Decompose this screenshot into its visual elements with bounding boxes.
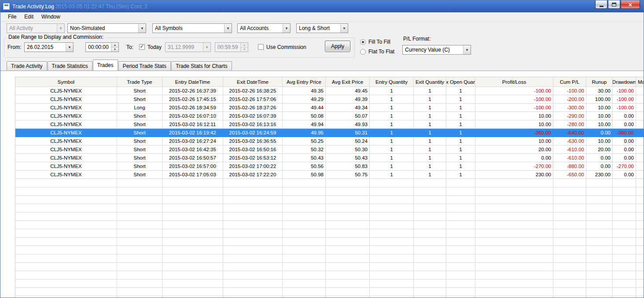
table-cell: 1 (370, 120, 414, 129)
table-row[interactable]: CLJ5-NYMEXShort2015-03-02 16:12:112015-0… (15, 120, 644, 129)
pl-format-combo[interactable]: Currency Value (C) ▼ (402, 45, 471, 55)
app-icon (3, 3, 10, 10)
from-time-spinner[interactable]: 00:00:00 ▲ ▼ (85, 42, 119, 52)
table-row[interactable]: CLJ5-NYMEXShort2015-03-02 16:27:242015-0… (15, 137, 644, 145)
column-header[interactable]: Entry DateTime (162, 77, 223, 87)
table-cell (117, 263, 162, 271)
table-cell (446, 296, 475, 298)
column-header[interactable]: Max (636, 77, 644, 87)
table-row[interactable]: CLJ5-NYMEXShort2015-03-02 16:57:002015-0… (15, 162, 644, 171)
activity-filter-combo[interactable]: All Activity ▼ (7, 23, 65, 33)
titlebar[interactable]: Trade Activity Log Data 2015-03-05 01:22… (0, 0, 644, 12)
table-cell (636, 221, 644, 229)
fill-to-fill-radio[interactable] (360, 39, 366, 45)
tab-trade-stats-for-charts[interactable]: Trade Stats for Charts (171, 61, 232, 71)
table-cell (223, 238, 283, 246)
table-cell (15, 204, 117, 212)
column-header[interactable]: Exit Quantity (414, 77, 446, 87)
spin-down-icon[interactable]: ▼ (111, 48, 118, 52)
table-cell (475, 196, 553, 204)
table-cell (15, 212, 117, 221)
use-commission-checkbox[interactable] (258, 44, 264, 50)
table-cell (613, 187, 636, 196)
table-row[interactable]: CLJ5-NYMEXShort2015-02-26 16:37:392015-0… (15, 87, 644, 95)
table-cell: 50.07 (326, 112, 370, 120)
menu-edit[interactable]: Edit (20, 13, 37, 21)
column-header[interactable]: Max Open Quantity (446, 77, 475, 87)
table-cell (553, 296, 586, 298)
table-row[interactable]: CLJ5-NYMEXShort2015-03-02 16:19:422015-0… (15, 129, 644, 137)
from-date-picker[interactable]: 26.02.2015 ▼ (24, 42, 74, 52)
direction-filter-combo[interactable]: Long & Short ▼ (296, 23, 348, 33)
simulation-filter-combo[interactable]: Non-Simulated ▼ (67, 23, 146, 33)
column-header[interactable]: Avg Exit Price (326, 77, 370, 87)
table-cell (15, 229, 117, 238)
spin-down-icon[interactable]: ▼ (241, 48, 248, 52)
tab-period-trade-stats[interactable]: Period Trade Stats (118, 61, 171, 71)
table-row[interactable]: CLJ5-NYMEXShort2015-03-02 16:07:102015-0… (15, 112, 644, 120)
table-cell (15, 271, 117, 279)
empty-row (15, 196, 644, 204)
menu-window[interactable]: Window (37, 13, 64, 21)
table-cell (223, 196, 283, 204)
spin-up-icon[interactable]: ▲ (111, 43, 118, 48)
table-row[interactable]: CLJ5-NYMEXShort2015-03-02 16:42:352015-0… (15, 145, 644, 154)
table-cell (370, 229, 414, 238)
table-cell: 50.75 (326, 171, 370, 179)
restore-button[interactable] (608, 0, 620, 9)
table-cell: 2015-02-26 18:34:59 (162, 104, 223, 112)
to-date-picker[interactable]: 31.12.9999 ▼ (165, 42, 211, 52)
table-cell (162, 254, 223, 263)
table-cell (162, 279, 223, 288)
table-row[interactable]: CLJ5-NYMEXShort2015-03-02 17:05:032015-0… (15, 171, 644, 179)
table-cell: 1 (370, 162, 414, 171)
table-cell: 1 (446, 95, 475, 104)
dropdown-arrow-icon: ▼ (463, 45, 471, 54)
close-button[interactable]: × (621, 0, 640, 9)
accounts-filter-combo[interactable]: All Accounts ▼ (237, 23, 291, 33)
column-header[interactable]: Trade Type (117, 77, 162, 87)
spin-up-icon[interactable]: ▲ (241, 43, 248, 48)
table-cell (613, 212, 636, 221)
flat-to-flat-radio[interactable] (360, 49, 366, 55)
table-cell: Short (117, 154, 162, 162)
table-cell (636, 137, 644, 145)
table-cell: 2015-02-26 18:37:26 (223, 104, 283, 112)
apply-button[interactable]: Apply (325, 41, 350, 52)
column-header[interactable]: Symbol (15, 77, 117, 87)
column-header[interactable]: Cum P/L (553, 77, 586, 87)
table-cell (283, 187, 326, 196)
table-cell (283, 238, 326, 246)
table-cell (475, 238, 553, 246)
column-header[interactable]: Exit DateTime (223, 77, 283, 87)
table-cell (553, 263, 586, 271)
symbols-filter-combo[interactable]: All Symbols ▼ (152, 23, 232, 33)
column-header[interactable]: Runup (586, 77, 613, 87)
table-cell: 1 (446, 145, 475, 154)
table-cell (370, 221, 414, 229)
column-header[interactable]: Profit/Loss (475, 77, 553, 87)
tab-trades[interactable]: Trades (93, 60, 118, 71)
table-row[interactable]: CLJ5-NYMEXShort2015-02-26 17:45:152015-0… (15, 95, 644, 104)
table-cell (475, 229, 553, 238)
table-row[interactable]: CLJ5-NYMEXShort2015-03-02 16:50:572015-0… (15, 154, 644, 162)
table-cell (162, 221, 223, 229)
today-checkbox[interactable]: ✓ (139, 44, 145, 50)
table-cell (283, 212, 326, 221)
table-cell (636, 263, 644, 271)
table-row[interactable]: CLJ5-NYMEXLong2015-02-26 18:34:592015-02… (15, 104, 644, 112)
column-header[interactable]: Drawdown (613, 77, 636, 87)
tab-trade-activity[interactable]: Trade Activity (7, 61, 47, 71)
table-cell (475, 187, 553, 196)
dropdown-arrow-icon: ▼ (224, 24, 232, 33)
column-header[interactable]: Avg Entry Price (283, 77, 326, 87)
menu-file[interactable]: File (4, 13, 20, 21)
table-cell (326, 212, 370, 221)
to-time-spinner[interactable]: 00:59:59 ▲ ▼ (215, 42, 248, 52)
table-cell: -270.00 (613, 162, 636, 171)
table-cell (370, 254, 414, 263)
table-cell (370, 279, 414, 288)
minimize-button[interactable] (595, 0, 607, 9)
column-header[interactable]: Entry Quantity (370, 77, 414, 87)
tab-trade-statistics[interactable]: Trade Statistics (48, 61, 92, 71)
